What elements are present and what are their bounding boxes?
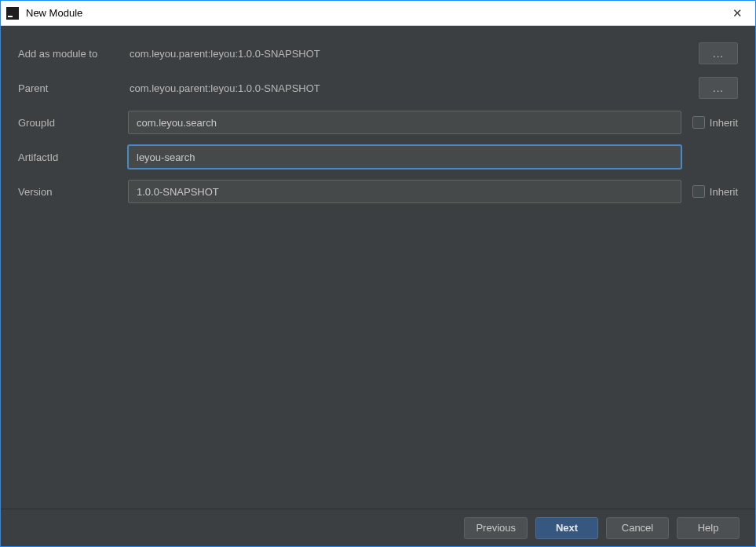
svg-rect-0 [6,7,19,20]
version-label: Version [18,186,128,198]
groupid-inherit-label: Inherit [710,117,738,129]
parent-value: com.leyou.parent:leyou:1.0.0-SNAPSHOT [128,82,691,94]
parent-browse-button[interactable]: ... [699,77,738,99]
version-input[interactable] [128,180,681,203]
version-inherit-checkbox[interactable] [692,185,705,198]
row-groupid: GroupId Inherit [18,111,738,134]
parent-label: Parent [18,82,128,94]
title-bar: New Module ✕ [1,1,755,26]
intellij-icon [5,6,20,20]
new-module-dialog: New Module ✕ Add as module to com.leyou.… [0,0,756,547]
row-version: Version Inherit [18,180,738,203]
version-inherit-label: Inherit [710,186,738,198]
close-icon: ✕ [732,6,743,20]
close-button[interactable]: ✕ [719,1,755,26]
artifactid-input[interactable] [128,145,681,169]
next-button[interactable]: Next [535,517,598,539]
dialog-body: Add as module to com.leyou.parent:leyou:… [1,26,755,509]
row-artifactid: ArtifactId Inherit [18,145,738,169]
groupid-inherit[interactable]: Inherit [692,116,738,129]
add-as-module-label: Add as module to [18,48,128,60]
groupid-inherit-checkbox[interactable] [692,116,705,129]
svg-rect-1 [8,16,13,17]
row-parent: Parent com.leyou.parent:leyou:1.0.0-SNAP… [18,76,738,100]
row-add-as-module: Add as module to com.leyou.parent:leyou:… [18,42,738,65]
groupid-input[interactable] [128,111,681,134]
previous-button[interactable]: Previous [464,517,528,539]
cancel-button[interactable]: Cancel [606,517,669,539]
window-title: New Module [26,7,82,19]
artifactid-label: ArtifactId [18,151,128,163]
help-button[interactable]: Help [677,517,740,539]
version-inherit[interactable]: Inherit [692,185,738,198]
dialog-footer: Previous Next Cancel Help [1,509,755,546]
add-as-module-browse-button[interactable]: ... [699,42,738,64]
groupid-label: GroupId [18,117,128,129]
add-as-module-value: com.leyou.parent:leyou:1.0.0-SNAPSHOT [128,48,691,60]
